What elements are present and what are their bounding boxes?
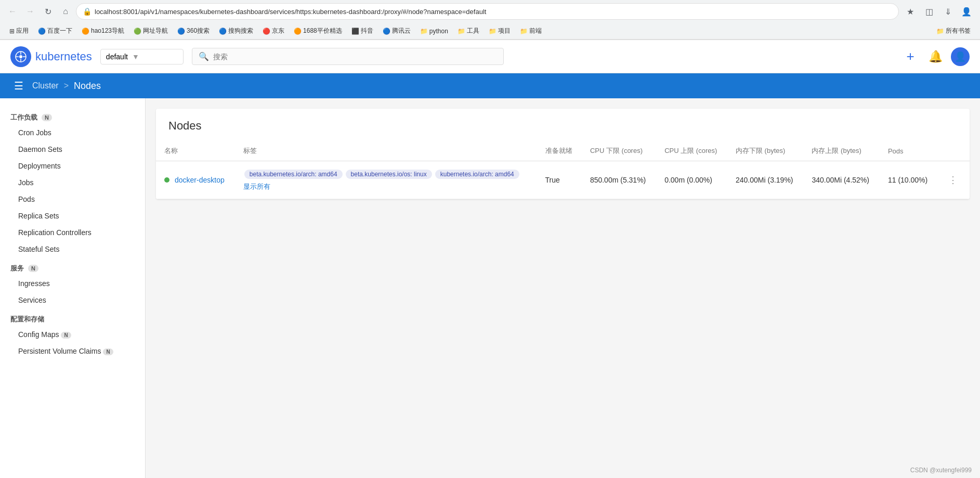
- bookmark-label: 项目: [498, 27, 511, 35]
- breadcrumb-cluster-link[interactable]: Cluster: [32, 81, 59, 91]
- table-column-header: 内存上限 (bytes): [803, 141, 879, 161]
- sidebar-item-jobs[interactable]: Jobs: [0, 174, 145, 191]
- home-button[interactable]: ⌂: [58, 4, 73, 19]
- sidebar-item-replication-controllers[interactable]: Replication Controllers: [0, 224, 145, 241]
- sidebar-badge: N: [28, 265, 38, 272]
- sidebar-item-label: Pods: [18, 195, 35, 203]
- namespace-value: default: [106, 53, 128, 61]
- table-header: 名称标签准备就绪CPU 下限 (cores)CPU 上限 (cores)内存下限…: [156, 141, 970, 161]
- bookmark-item[interactable]: ⬛抖音: [347, 25, 377, 37]
- cpu-limit-value: 0.00m (0.00%): [664, 176, 712, 184]
- bookmark-icon: 🔵: [177, 28, 185, 35]
- bookmark-icon: 🟠: [82, 28, 89, 35]
- table-column-header: CPU 下限 (cores): [582, 141, 656, 161]
- bookmark-item[interactable]: 🟠hao123导航: [77, 25, 128, 37]
- content-area: Nodes 名称标签准备就绪CPU 下限 (cores)CPU 上限 (core…: [146, 98, 980, 478]
- kubernetes-helm-icon: [15, 50, 27, 63]
- download-button[interactable]: ⇓: [939, 3, 956, 20]
- mem-limit-value: 340.00Mi (4.52%): [812, 176, 869, 184]
- chevron-down-icon: ▼: [132, 53, 139, 61]
- user-avatar[interactable]: 👤: [951, 47, 970, 66]
- sidebar-item-daemon-sets[interactable]: Daemon Sets: [0, 141, 145, 158]
- table-column-header: 标签: [235, 141, 537, 161]
- breadcrumb-separator: >: [64, 81, 69, 91]
- bookmark-star-button[interactable]: ★: [902, 3, 919, 20]
- search-bar[interactable]: 🔍: [192, 48, 504, 65]
- sidebar-item-config-maps[interactable]: Config Maps N: [0, 326, 145, 343]
- reload-button[interactable]: ↻: [41, 4, 55, 19]
- sidebar-item-label: Replica Sets: [18, 212, 59, 220]
- bookmark-label: 京东: [272, 27, 284, 35]
- bookmark-item[interactable]: 🔵百度一下: [34, 25, 76, 37]
- mem-req-value: 240.00Mi (3.19%): [736, 176, 793, 184]
- bookmark-item[interactable]: 🔵搜狗搜索: [215, 25, 257, 37]
- bookmark-label: 工具: [467, 27, 479, 35]
- bookmark-label: 网址导航: [143, 27, 168, 35]
- nodes-table: 名称标签准备就绪CPU 下限 (cores)CPU 上限 (cores)内存下限…: [156, 141, 970, 199]
- sidebar-item-deployments[interactable]: Deployments: [0, 158, 145, 174]
- sidebar-item-pods[interactable]: Pods: [0, 191, 145, 208]
- sidebar-item-ingresses[interactable]: Ingresses: [0, 275, 145, 292]
- bookmark-item[interactable]: 🟠1688平价精选: [290, 25, 346, 37]
- profile-button[interactable]: 👤: [958, 3, 975, 20]
- sidebar-badge: N: [42, 114, 52, 121]
- address-bar[interactable]: 🔒 localhost:8001/api/v1/namespaces/kuber…: [76, 3, 899, 20]
- bookmark-item[interactable]: 📁前端: [516, 25, 546, 37]
- row-more-action-button[interactable]: ⋮: [946, 173, 960, 187]
- sidebar-item-services[interactable]: Services: [0, 292, 145, 308]
- status-indicator: [164, 177, 169, 183]
- bookmark-item[interactable]: 📁工具: [453, 25, 484, 37]
- bookmark-label: hao123导航: [91, 27, 124, 35]
- notifications-button[interactable]: 🔔: [926, 47, 945, 66]
- bookmark-item[interactable]: 🔵腾讯云: [378, 25, 415, 37]
- show-all-tags-link[interactable]: 显示所有: [243, 182, 529, 191]
- sidebar-item-label: Replication Controllers: [18, 228, 92, 237]
- forward-button[interactable]: →: [23, 4, 37, 19]
- search-input[interactable]: [213, 53, 497, 61]
- bookmark-item[interactable]: 🔵360搜索: [173, 25, 214, 37]
- sidebar-item-label: Daemon Sets: [18, 145, 62, 153]
- kubernetes-logo[interactable]: kubernetes: [10, 46, 92, 67]
- sidebar-item-label: Stateful Sets: [18, 245, 59, 253]
- node-name-link[interactable]: docker-desktop: [175, 176, 225, 184]
- sidebar: 工作负载NCron JobsDaemon SetsDeploymentsJobs…: [0, 98, 146, 478]
- sidebar-item-label: Cron Jobs: [18, 128, 51, 137]
- footer-credit: CSDN @xutengfei999: [910, 467, 972, 474]
- all-bookmarks-button[interactable]: 📁 所有书签: [932, 25, 975, 37]
- sidebar-item-label: Jobs: [18, 178, 34, 187]
- bookmark-icon: 🔵: [383, 28, 390, 35]
- node-ready-cell: True: [537, 161, 582, 199]
- bookmark-item[interactable]: 📁python: [416, 26, 452, 36]
- kubernetes-logo-text: kubernetes: [35, 50, 92, 63]
- bookmark-icon: 🟢: [134, 28, 141, 35]
- sidebar-item-label: Services: [18, 296, 46, 304]
- bookmark-label: 搜狗搜索: [228, 27, 253, 35]
- back-button[interactable]: ←: [5, 4, 20, 19]
- browser-action-buttons: ★ ◫ ⇓ 👤: [902, 3, 975, 20]
- folder-icon: 📁: [936, 28, 944, 35]
- sidebar-item-replica-sets[interactable]: Replica Sets: [0, 208, 145, 224]
- bookmark-icon: ⬛: [351, 28, 359, 35]
- node-cpu-limit-cell: 0.00m (0.00%): [656, 161, 727, 199]
- namespace-selector[interactable]: default ▼: [100, 49, 184, 64]
- browser-chrome: ← → ↻ ⌂ 🔒 localhost:8001/api/v1/namespac…: [0, 0, 980, 40]
- bookmark-item[interactable]: 📁项目: [485, 25, 515, 37]
- bookmark-icon: 📁: [520, 28, 528, 35]
- sidebar-item-cron-jobs[interactable]: Cron Jobs: [0, 124, 145, 141]
- sidebar-section-title: 配置和存储: [10, 315, 44, 324]
- sidebar-item-persistent-volume-claims[interactable]: Persistent Volume Claims N: [0, 343, 145, 359]
- extension-button[interactable]: ◫: [921, 3, 937, 20]
- browser-toolbar: ← → ↻ ⌂ 🔒 localhost:8001/api/v1/namespac…: [0, 0, 980, 23]
- svg-point-5: [19, 55, 22, 58]
- bookmark-item[interactable]: 🔴京东: [258, 25, 289, 37]
- sidebar-item-stateful-sets[interactable]: Stateful Sets: [0, 241, 145, 257]
- bookmark-item[interactable]: ⊞应用: [5, 25, 33, 37]
- bookmark-icon: 🔴: [263, 28, 270, 35]
- sidebar-item-label: Persistent Volume Claims: [18, 347, 101, 355]
- bookmark-item[interactable]: 🟢网址导航: [129, 25, 172, 37]
- bookmarks-bar: ⊞应用🔵百度一下🟠hao123导航🟢网址导航🔵360搜索🔵搜狗搜索🔴京东🟠168…: [0, 23, 980, 40]
- bookmark-icon: 🔵: [219, 28, 227, 35]
- menu-button[interactable]: ☰: [10, 77, 27, 94]
- add-button[interactable]: +: [901, 47, 920, 66]
- tag-chip: beta.kubernetes.io/arch: amd64: [244, 170, 343, 179]
